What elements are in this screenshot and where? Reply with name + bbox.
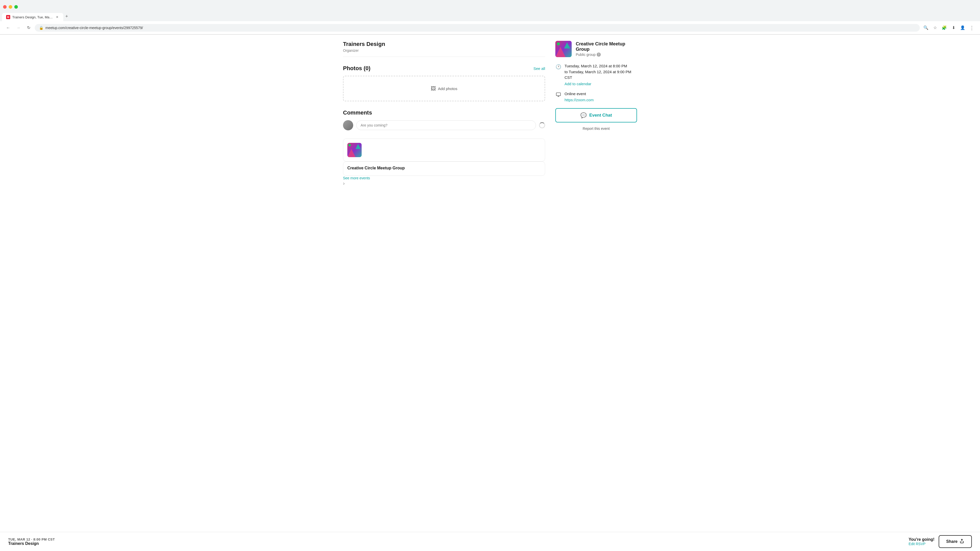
comment-input-row [343, 120, 545, 130]
browser-chrome: M Trainers Design, Tue, Mar 12, 2... ✕ +… [0, 0, 980, 35]
maximize-window-btn[interactable] [14, 5, 18, 9]
chevron-right-icon: › [343, 180, 345, 186]
lock-icon: 🔒 [39, 26, 43, 30]
event-details: 🕐 Tuesday, March 12, 2024 at 8:00 PM to … [555, 63, 637, 102]
comments-title: Comments [343, 110, 545, 116]
datetime-content: Tuesday, March 12, 2024 at 8:00 PM to Tu… [565, 63, 637, 86]
nav-actions: 🔍 ☆ 🧩 ⬇ 👤 ⋮ [922, 24, 976, 32]
tab-title: Trainers Design, Tue, Mar 12, 2... [12, 15, 53, 19]
date-time-text: Tuesday, March 12, 2024 at 8:00 PM to Tu… [565, 63, 637, 81]
nav-bar: ← → ↻ 🔒 🔍 ☆ 🧩 ⬇ 👤 ⋮ [0, 21, 980, 35]
add-to-calendar-link[interactable]: Add to calendar [565, 82, 637, 86]
group-logo-shape1 [347, 149, 355, 157]
sidebar-group-type: Public group ? [576, 52, 637, 57]
location-icon [555, 92, 562, 98]
download-btn[interactable]: ⬇ [950, 24, 958, 32]
active-tab[interactable]: M Trainers Design, Tue, Mar 12, 2... ✕ [2, 13, 63, 21]
sidebar-group-name: Creative Circle Meetup Group [576, 41, 637, 52]
photos-section: Photos (0) See all 🖼 Add photos [343, 65, 545, 101]
see-more-events-link[interactable]: See more events [343, 176, 370, 180]
report-event-link[interactable]: Report this event [555, 127, 637, 130]
group-name: Creative Circle Meetup Group [347, 166, 405, 170]
group-card-link[interactable]: Creative Circle Meetup Group [343, 162, 545, 176]
search-btn[interactable]: 🔍 [922, 24, 930, 32]
group-logo [347, 143, 362, 157]
back-btn[interactable]: ← [4, 24, 12, 32]
photos-title: Photos (0) [343, 65, 371, 72]
profile-btn[interactable]: 👤 [959, 24, 967, 32]
minimize-window-btn[interactable] [9, 5, 12, 9]
extensions-btn[interactable]: 🧩 [940, 24, 948, 32]
group-logo-shape2 [355, 144, 361, 149]
loading-spinner [539, 122, 545, 128]
organizer-name: Trainers Design [343, 41, 545, 48]
title-bar [0, 0, 980, 12]
sidebar-logo-shape2 [564, 42, 570, 48]
refresh-btn[interactable]: ↻ [24, 24, 33, 32]
add-photos-btn[interactable]: 🖼 Add photos [431, 86, 457, 92]
tabs-bar: M Trainers Design, Tue, Mar 12, 2... ✕ + [0, 12, 980, 21]
organizer-section: Trainers Design Organizer [343, 41, 545, 57]
tab-close-btn[interactable]: ✕ [55, 15, 59, 19]
tab-favicon: M [6, 15, 10, 19]
sidebar-group-dot [557, 42, 560, 45]
window-controls [3, 5, 18, 9]
photos-placeholder: 🖼 Add photos [343, 76, 545, 101]
avatar-image [343, 120, 353, 130]
chat-icon: 💬 [580, 112, 587, 118]
comment-input[interactable] [356, 121, 536, 130]
organizer-label: Organizer [343, 48, 545, 52]
zoom-link[interactable]: https://zoom.com [565, 98, 637, 102]
group-online-dot [348, 144, 351, 146]
forward-btn[interactable]: → [14, 24, 22, 32]
location-row: Online event https://zoom.com [555, 91, 637, 102]
see-all-link[interactable]: See all [533, 66, 545, 71]
sidebar-group-card[interactable]: Creative Circle Meetup Group Public grou… [555, 41, 637, 57]
location-content: Online event https://zoom.com [565, 91, 637, 102]
photos-header: Photos (0) See all [343, 65, 545, 72]
close-window-btn[interactable] [3, 5, 6, 9]
address-bar[interactable]: 🔒 [35, 24, 920, 32]
sidebar-column: Creative Circle Meetup Group Public grou… [555, 41, 637, 186]
event-chat-btn[interactable]: 💬 Event Chat [555, 108, 637, 122]
event-chat-label: Event Chat [589, 113, 612, 118]
group-card-link[interactable] [343, 138, 545, 162]
add-photos-label: Add photos [438, 86, 457, 91]
group-info: Creative Circle Meetup Group See more ev… [343, 162, 545, 180]
main-column: Trainers Design Organizer Photos (0) See… [343, 41, 545, 186]
sidebar-group-logo [555, 41, 572, 57]
sidebar-logo-shape1 [555, 47, 566, 57]
svg-rect-0 [556, 93, 561, 96]
avatar [343, 120, 353, 130]
url-input[interactable] [45, 26, 915, 30]
help-icon[interactable]: ? [597, 52, 601, 57]
clock-icon: 🕐 [555, 64, 562, 70]
page-content: Trainers Design Organizer Photos (0) See… [337, 35, 643, 192]
sidebar-group-text: Creative Circle Meetup Group Public grou… [576, 41, 637, 57]
datetime-row: 🕐 Tuesday, March 12, 2024 at 8:00 PM to … [555, 63, 637, 86]
online-event-text: Online event [565, 91, 637, 97]
photo-icon: 🖼 [431, 86, 436, 92]
menu-btn[interactable]: ⋮ [968, 24, 976, 32]
new-tab-btn[interactable]: + [63, 12, 70, 21]
bookmark-btn[interactable]: ☆ [931, 24, 939, 32]
comments-section: Comments [343, 110, 545, 130]
